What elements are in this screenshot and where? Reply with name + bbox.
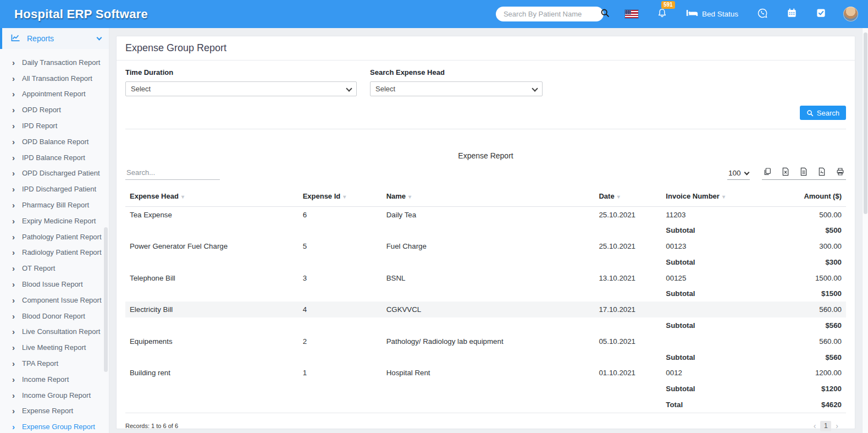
table-cell: 1 (298, 365, 382, 381)
sidebar-item[interactable]: ›OPD Report (0, 102, 109, 118)
csv-file-icon[interactable] (799, 167, 808, 176)
column-header[interactable]: Name▾ (382, 188, 595, 207)
language-flag-button[interactable] (625, 10, 638, 18)
pagination-page-1[interactable]: 1 (820, 421, 831, 431)
user-avatar[interactable] (843, 7, 858, 21)
excel-icon[interactable] (781, 167, 790, 176)
sidebar-item-label: Daily Transaction Report (22, 58, 100, 67)
sidebar-item[interactable]: ›Expense Group Report (0, 419, 109, 433)
page-size-select[interactable]: 100 (727, 169, 750, 177)
sidebar-item[interactable]: ›Pathology Patient Report (0, 229, 109, 245)
table-toolbar: 100 (125, 167, 846, 180)
sidebar-item-label: Live Consultation Report (22, 327, 100, 336)
column-header[interactable]: Expense Id▾ (298, 188, 382, 207)
sidebar-item[interactable]: ›Income Group Report (0, 387, 109, 403)
sidebar-item-label: TPA Report (22, 359, 58, 368)
sidebar-item-label: IPD Discharged Patient (22, 185, 96, 193)
empty-cell (298, 349, 382, 365)
sidebar-item[interactable]: ›Expense Report (0, 403, 109, 419)
table-cell: 300.00 (778, 238, 846, 254)
column-header[interactable]: Expense Head▾ (125, 188, 298, 207)
patient-search-input[interactable] (504, 10, 600, 18)
sidebar-section-reports[interactable]: Reports (0, 28, 109, 49)
patient-search-box[interactable] (496, 7, 604, 21)
sidebar-item[interactable]: ›IPD Balance Report (0, 150, 109, 166)
table-cell: 0012 (661, 365, 778, 381)
table-row: Tea Expense6Daily Tea25.10.202111203500.… (125, 207, 846, 223)
tasks-button[interactable] (816, 8, 826, 20)
sidebar-item[interactable]: ›Daily Transaction Report (0, 54, 109, 70)
empty-cell (298, 286, 382, 302)
summary-label: Subtotal (661, 222, 778, 238)
table-cell: 1500.00 (778, 270, 846, 286)
search-button[interactable]: Search (800, 106, 846, 120)
whatsapp-button[interactable] (757, 8, 768, 21)
sort-arrow-icon: ▾ (181, 194, 184, 200)
empty-cell (382, 222, 595, 238)
sidebar-item[interactable]: ›All Transaction Report (0, 70, 109, 86)
table-cell: Fuel Charge (382, 238, 595, 254)
table-cell: CGKVVCL (382, 302, 595, 317)
chevron-right-icon: › (12, 217, 15, 225)
notifications-button[interactable]: 591 (657, 8, 667, 21)
sort-arrow-icon: ▾ (617, 194, 620, 200)
sidebar-item[interactable]: ›OPD Balance Report (0, 134, 109, 150)
page-scrollbar[interactable] (862, 28, 868, 433)
summary-label: Subtotal (661, 254, 778, 270)
sidebar-item[interactable]: ›Expiry Medicine Report (0, 213, 109, 229)
whatsapp-icon (757, 8, 768, 21)
table-row: Building rent1Hospital Rent01.10.2021001… (125, 365, 846, 381)
sidebar-item[interactable]: ›Radiology Patient Report (0, 245, 109, 261)
table-cell: 01.10.2021 (594, 365, 661, 381)
table-cell (661, 302, 778, 317)
sidebar-item[interactable]: ›IPD Report (0, 118, 109, 134)
pdf-icon[interactable] (817, 167, 826, 176)
column-header[interactable]: Date▾ (594, 188, 661, 207)
copy-icon[interactable] (763, 167, 772, 176)
pagination-prev[interactable]: ‹ (814, 421, 816, 430)
column-header[interactable]: Invoice Number▾ (661, 188, 778, 207)
sidebar-item-label: Income Group Report (22, 391, 91, 399)
sidebar-item[interactable]: ›Income Report (0, 371, 109, 387)
chevron-right-icon: › (12, 391, 15, 399)
table-search-input[interactable] (125, 167, 220, 180)
table-cell: 00123 (661, 238, 778, 254)
sidebar-item[interactable]: ›OT Report (0, 260, 109, 276)
pagination-next[interactable]: › (836, 421, 838, 430)
sidebar-item[interactable]: ›Blood Issue Report (0, 276, 109, 292)
sidebar-item[interactable]: ›Live Meeting Report (0, 339, 109, 355)
summary-label: Subtotal (661, 381, 778, 397)
calendar-button[interactable] (787, 8, 797, 20)
empty-cell (382, 254, 595, 270)
sidebar-item[interactable]: ›OPD Discharged Patient (0, 166, 109, 182)
bed-status-button[interactable]: Bed Status (686, 9, 738, 19)
expense-head-label: Search Expense Head (370, 68, 543, 76)
sidebar-item[interactable]: ›Pharmacy Bill Report (0, 197, 109, 213)
empty-cell (382, 286, 595, 302)
empty-cell (594, 397, 661, 413)
sidebar-item[interactable]: ›IPD Discharged Patient (0, 181, 109, 197)
empty-cell (594, 222, 661, 238)
search-icon[interactable] (600, 8, 610, 20)
empty-cell (125, 349, 298, 365)
summary-amount: $4620 (778, 397, 846, 413)
sidebar-item[interactable]: ›Live Consultation Report (0, 324, 109, 340)
empty-cell (382, 349, 595, 365)
sidebar-item[interactable]: ›Appointment Report (0, 86, 109, 102)
table-cell: 6 (298, 207, 382, 223)
time-duration-select[interactable]: Select (125, 81, 357, 96)
table-cell: 25.10.2021 (594, 207, 661, 223)
page-scrollbar-thumb[interactable] (864, 32, 867, 214)
table-cell: Building rent (125, 365, 298, 381)
sidebar-item[interactable]: ›Blood Donor Report (0, 308, 109, 324)
sidebar-item[interactable]: ›TPA Report (0, 355, 109, 371)
empty-cell (382, 397, 595, 413)
print-icon[interactable] (836, 167, 845, 176)
sidebar-item[interactable]: ›Component Issue Report (0, 292, 109, 308)
expense-head-select[interactable]: Select (370, 81, 543, 96)
sidebar-scrollbar[interactable] (104, 227, 108, 372)
chevron-right-icon: › (12, 201, 15, 209)
time-duration-label: Time Duration (125, 68, 357, 76)
chevron-right-icon: › (12, 169, 15, 177)
chevron-right-icon: › (12, 185, 15, 193)
